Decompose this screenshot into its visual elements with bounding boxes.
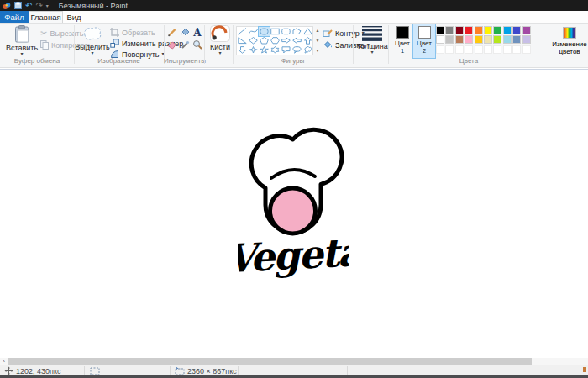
tab-view[interactable]: Вид bbox=[63, 11, 85, 23]
fill-tool[interactable] bbox=[179, 26, 191, 38]
color-palette bbox=[436, 26, 531, 54]
shape-five-point-star[interactable] bbox=[259, 45, 270, 55]
shape-arrow-left[interactable] bbox=[291, 36, 302, 45]
magnifier-tool[interactable] bbox=[192, 39, 203, 50]
shape-rectangle[interactable] bbox=[270, 27, 281, 36]
truncated-zoom-icon bbox=[583, 367, 586, 372]
palette-empty-slot[interactable] bbox=[493, 45, 501, 54]
palette-color[interactable] bbox=[465, 26, 473, 34]
shape-polygon[interactable] bbox=[291, 27, 302, 36]
brushes-button[interactable]: Кисти ▾ bbox=[207, 25, 233, 55]
scrollbar-thumb[interactable] bbox=[8, 358, 532, 365]
palette-empty-slot[interactable] bbox=[512, 45, 521, 54]
shape-arrow-up[interactable] bbox=[302, 36, 313, 45]
palette-color[interactable] bbox=[484, 26, 492, 34]
palette-color[interactable] bbox=[475, 26, 483, 34]
clipboard-icon bbox=[14, 25, 29, 43]
palette-color[interactable] bbox=[503, 26, 512, 34]
color2-button[interactable]: Цвет 2 bbox=[413, 24, 435, 58]
size-dropdown-icon: ▾ bbox=[370, 50, 373, 55]
shape-cloud-callout[interactable] bbox=[302, 45, 313, 55]
palette-color[interactable] bbox=[512, 35, 521, 44]
palette-color[interactable] bbox=[484, 35, 492, 44]
paste-dropdown-icon: ▾ bbox=[20, 52, 23, 56]
group-divider bbox=[204, 25, 205, 64]
palette-color[interactable] bbox=[512, 26, 521, 34]
shapes-gallery-scroll: ▲ ▼ ▼ bbox=[314, 26, 321, 55]
gallery-scroll-down-icon[interactable]: ▼ bbox=[314, 36, 321, 45]
palette-empty-slot[interactable] bbox=[522, 45, 531, 54]
palette-color[interactable] bbox=[465, 35, 473, 44]
palette-color[interactable] bbox=[493, 35, 501, 44]
undo-icon[interactable]: ↶ bbox=[25, 2, 32, 10]
eraser-tool[interactable] bbox=[166, 39, 178, 50]
clipboard-group-label: Буфер обмена bbox=[0, 57, 74, 66]
edit-colors-button[interactable]: Изменение цветов bbox=[551, 25, 588, 55]
crop-label: Обрезать bbox=[122, 29, 155, 37]
text-tool[interactable]: A bbox=[192, 26, 203, 38]
tab-file[interactable]: Файл bbox=[0, 11, 29, 23]
gallery-scroll-up-icon[interactable]: ▲ bbox=[314, 26, 321, 35]
shape-diamond[interactable] bbox=[248, 36, 259, 45]
drawing-canvas[interactable]: Vegeta bbox=[0, 69, 588, 358]
palette-color[interactable] bbox=[503, 35, 512, 44]
shape-arrow-down[interactable] bbox=[237, 45, 248, 55]
horizontal-scrollbar[interactable]: ‹ bbox=[0, 358, 588, 365]
palette-empty-slot[interactable] bbox=[475, 45, 483, 54]
palette-color[interactable] bbox=[436, 26, 444, 34]
qat-dropdown-icon[interactable]: ▾ bbox=[46, 3, 49, 8]
shape-four-point-star[interactable] bbox=[248, 45, 259, 55]
shape-triangle[interactable] bbox=[302, 27, 313, 36]
palette-empty-slot[interactable] bbox=[445, 45, 454, 54]
save-icon[interactable] bbox=[14, 2, 22, 9]
palette-color[interactable] bbox=[436, 35, 444, 44]
color-picker-tool[interactable] bbox=[179, 39, 191, 50]
tab-home[interactable]: Главная bbox=[29, 11, 63, 23]
palette-color[interactable] bbox=[445, 26, 454, 34]
colors-group-label: Цвета bbox=[388, 57, 549, 66]
shape-oval-callout[interactable] bbox=[291, 45, 302, 55]
color1-button[interactable]: Цвет 1 bbox=[391, 24, 413, 58]
shape-right-triangle[interactable] bbox=[237, 36, 248, 45]
shape-arrow-right[interactable] bbox=[281, 36, 291, 45]
fill-bucket-icon bbox=[180, 27, 190, 37]
copy-icon bbox=[40, 40, 49, 50]
paste-button[interactable]: Вставить ▾ bbox=[5, 25, 39, 56]
outline-label: Контур bbox=[335, 29, 360, 38]
shape-pentagon[interactable] bbox=[259, 36, 270, 45]
quick-access-toolbar: ↶ ↷ ▾ bbox=[0, 2, 49, 10]
shape-rounded-rectangle[interactable] bbox=[281, 27, 291, 36]
palette-color[interactable] bbox=[475, 35, 483, 44]
palette-empty-slot[interactable] bbox=[455, 45, 464, 54]
select-button[interactable]: Выделить ▾ bbox=[77, 25, 108, 55]
scissors-icon: ✂ bbox=[40, 29, 47, 38]
palette-empty-slot[interactable] bbox=[503, 45, 512, 54]
palette-color[interactable] bbox=[455, 26, 464, 34]
canvas-size-text: 2360 × 867пкс bbox=[187, 367, 237, 375]
shape-six-point-star[interactable] bbox=[270, 45, 281, 55]
shape-hexagon[interactable] bbox=[270, 36, 281, 45]
palette-color[interactable] bbox=[455, 35, 464, 44]
size-button[interactable]: Толщина ▾ bbox=[357, 25, 387, 55]
palette-color[interactable] bbox=[493, 26, 501, 34]
eyedropper-icon bbox=[180, 39, 190, 50]
palette-color[interactable] bbox=[445, 35, 454, 44]
paint-app-icon bbox=[3, 2, 11, 10]
crop-icon bbox=[110, 28, 119, 37]
logo-text: Vegeta bbox=[238, 229, 349, 282]
shape-rounded-callout[interactable] bbox=[281, 45, 291, 55]
palette-empty-slot[interactable] bbox=[465, 45, 473, 54]
statusbar-divider bbox=[170, 366, 171, 375]
palette-color[interactable] bbox=[522, 26, 531, 34]
magnifier-icon bbox=[192, 39, 202, 50]
palette-color[interactable] bbox=[522, 35, 531, 44]
pencil-tool[interactable] bbox=[166, 26, 178, 38]
palette-empty-slot[interactable] bbox=[484, 45, 492, 54]
scroll-left-icon[interactable]: ‹ bbox=[0, 358, 8, 365]
shape-ellipse[interactable] bbox=[259, 27, 270, 36]
gallery-more-icon[interactable]: ▼ bbox=[314, 46, 321, 55]
ribbon-tabs: Файл Главная Вид bbox=[0, 11, 588, 24]
shape-curve[interactable] bbox=[248, 27, 259, 36]
shape-line[interactable] bbox=[237, 27, 248, 36]
palette-empty-slot[interactable] bbox=[436, 45, 444, 54]
